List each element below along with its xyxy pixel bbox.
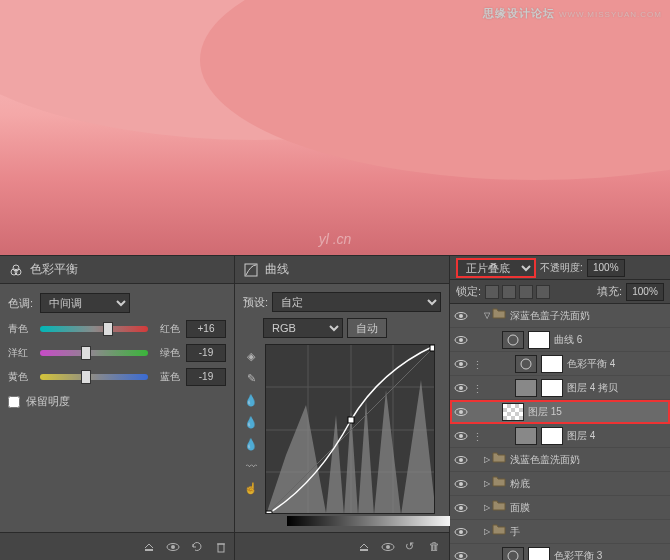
preserve-luminosity-checkbox[interactable]: 保留明度 bbox=[8, 394, 226, 409]
layer-name[interactable]: 图层 4 拷贝 bbox=[567, 381, 618, 395]
opacity-value[interactable]: 100% bbox=[587, 259, 625, 277]
layer-row[interactable]: ▷ 粉底 bbox=[450, 472, 670, 496]
hand-tool-icon[interactable]: ☝ bbox=[243, 480, 259, 496]
visibility-eye-icon[interactable] bbox=[454, 525, 468, 539]
panel-footer: ↺ 🗑 bbox=[235, 532, 449, 560]
trash-icon[interactable]: 🗑 bbox=[429, 540, 443, 554]
clip-icon[interactable] bbox=[142, 540, 156, 554]
reset-icon[interactable] bbox=[190, 540, 204, 554]
layer-name[interactable]: 面膜 bbox=[510, 501, 530, 515]
eyedropper-white-icon[interactable]: 💧 bbox=[243, 436, 259, 452]
svg-point-5 bbox=[171, 545, 175, 549]
lock-artboard-icon[interactable] bbox=[519, 285, 533, 299]
layer-row[interactable]: ⋮ 色彩平衡 4 bbox=[450, 352, 670, 376]
expand-arrow[interactable]: ▷ bbox=[482, 479, 492, 488]
slider-label-left: 洋红 bbox=[8, 346, 38, 360]
layers-list[interactable]: ▽ 深蓝色盖子洗面奶 曲线 6 ⋮ 色彩平衡 4 ⋮ 图层 4 拷贝 bbox=[450, 304, 670, 560]
layer-row[interactable]: 图层 15 bbox=[450, 400, 670, 424]
preview-image: 思缘设计论坛 WWW.MISSYUAN.COM yl .cn bbox=[0, 0, 670, 255]
lock-label: 锁定: bbox=[456, 284, 481, 299]
slider-label-right: 红色 bbox=[150, 322, 180, 336]
layer-thumb bbox=[515, 427, 537, 445]
svg-point-41 bbox=[459, 506, 463, 510]
layer-row[interactable]: 曲线 6 bbox=[450, 328, 670, 352]
clip-icon[interactable] bbox=[357, 540, 371, 554]
layer-name[interactable]: 深蓝色盖子洗面奶 bbox=[510, 309, 590, 323]
slider-track[interactable] bbox=[40, 320, 148, 338]
eyedropper-gray-icon[interactable]: 💧 bbox=[243, 414, 259, 430]
layer-thumb bbox=[515, 379, 537, 397]
lock-position-icon[interactable] bbox=[502, 285, 516, 299]
expand-arrow[interactable]: ▷ bbox=[482, 455, 492, 464]
visibility-eye-icon[interactable] bbox=[454, 429, 468, 443]
visibility-eye-icon[interactable] bbox=[454, 333, 468, 347]
visibility-eye-icon[interactable] bbox=[454, 381, 468, 395]
layer-name[interactable]: 色彩平衡 4 bbox=[567, 357, 615, 371]
mask-thumb bbox=[541, 427, 563, 445]
layer-row[interactable]: ⋮ 图层 4 拷贝 bbox=[450, 376, 670, 400]
eyedropper-black-icon[interactable]: 💧 bbox=[243, 392, 259, 408]
layer-row[interactable]: ▽ 深蓝色盖子洗面奶 bbox=[450, 304, 670, 328]
lock-all-icon[interactable] bbox=[536, 285, 550, 299]
eye-icon[interactable] bbox=[381, 540, 395, 554]
tone-select[interactable]: 中间调 bbox=[40, 293, 130, 313]
input-gradient bbox=[287, 516, 457, 526]
layer-name[interactable]: 浅蓝色盖洗面奶 bbox=[510, 453, 580, 467]
preset-select[interactable]: 自定 bbox=[272, 292, 441, 312]
expand-arrow[interactable]: ▽ bbox=[482, 311, 492, 320]
adjustment-icon bbox=[502, 547, 524, 561]
layer-row[interactable]: ⋮ 图层 4 bbox=[450, 424, 670, 448]
svg-rect-16 bbox=[348, 417, 354, 423]
visibility-eye-icon[interactable] bbox=[454, 453, 468, 467]
svg-rect-18 bbox=[430, 345, 435, 351]
visibility-eye-icon[interactable] bbox=[454, 309, 468, 323]
expand-arrow[interactable]: ▷ bbox=[482, 503, 492, 512]
layer-row[interactable]: ▷ 手 bbox=[450, 520, 670, 544]
trash-icon[interactable] bbox=[214, 540, 228, 554]
eye-icon[interactable] bbox=[166, 540, 180, 554]
folder-icon bbox=[492, 523, 506, 541]
svg-rect-6 bbox=[218, 544, 224, 552]
svg-point-28 bbox=[459, 362, 463, 366]
slider-track[interactable] bbox=[40, 368, 148, 386]
svg-point-39 bbox=[459, 482, 463, 486]
slider-track[interactable] bbox=[40, 344, 148, 362]
layer-row[interactable]: ▷ 浅蓝色盖洗面奶 bbox=[450, 448, 670, 472]
color-balance-panel: 色彩平衡 色调: 中间调 青色 红色 +16 洋红 绿色 bbox=[0, 256, 235, 560]
panel-title: 色彩平衡 bbox=[30, 261, 78, 278]
layer-name[interactable]: 色彩平衡 3 bbox=[554, 549, 602, 561]
reset-icon[interactable]: ↺ bbox=[405, 540, 419, 554]
layer-name[interactable]: 粉底 bbox=[510, 477, 530, 491]
auto-button[interactable]: 自动 bbox=[347, 318, 387, 338]
slider-value[interactable]: -19 bbox=[186, 368, 226, 386]
blend-mode-select[interactable]: 正片叠底 bbox=[456, 258, 536, 278]
visibility-eye-icon[interactable] bbox=[454, 405, 468, 419]
curves-panel: 曲线 预设: 自定 RGB 自动 ◈ ✎ 💧 💧 💧 〰 ☝ bbox=[235, 256, 450, 560]
folder-icon bbox=[492, 307, 506, 325]
layer-name[interactable]: 图层 4 bbox=[567, 429, 595, 443]
layer-row[interactable]: ▷ 面膜 bbox=[450, 496, 670, 520]
svg-point-21 bbox=[386, 545, 390, 549]
visibility-eye-icon[interactable] bbox=[454, 501, 468, 515]
smooth-icon[interactable]: 〰 bbox=[243, 458, 259, 474]
slider-label-left: 黄色 bbox=[8, 370, 38, 384]
folder-icon bbox=[492, 499, 506, 517]
channel-select[interactable]: RGB bbox=[263, 318, 343, 338]
slider-value[interactable]: -19 bbox=[186, 344, 226, 362]
tone-label: 色调: bbox=[8, 296, 40, 311]
slider-value[interactable]: +16 bbox=[186, 320, 226, 338]
mask-thumb bbox=[541, 379, 563, 397]
visibility-eye-icon[interactable] bbox=[454, 549, 468, 561]
curves-graph[interactable] bbox=[265, 344, 435, 514]
layer-row[interactable]: 色彩平衡 3 bbox=[450, 544, 670, 560]
fill-value[interactable]: 100% bbox=[626, 283, 664, 301]
visibility-eye-icon[interactable] bbox=[454, 477, 468, 491]
layer-name[interactable]: 手 bbox=[510, 525, 520, 539]
visibility-eye-icon[interactable] bbox=[454, 357, 468, 371]
lock-pixels-icon[interactable] bbox=[485, 285, 499, 299]
layer-name[interactable]: 图层 15 bbox=[528, 405, 562, 419]
layer-name[interactable]: 曲线 6 bbox=[554, 333, 582, 347]
expand-arrow[interactable]: ▷ bbox=[482, 527, 492, 536]
point-tool-icon[interactable]: ◈ bbox=[243, 348, 259, 364]
pencil-tool-icon[interactable]: ✎ bbox=[243, 370, 259, 386]
